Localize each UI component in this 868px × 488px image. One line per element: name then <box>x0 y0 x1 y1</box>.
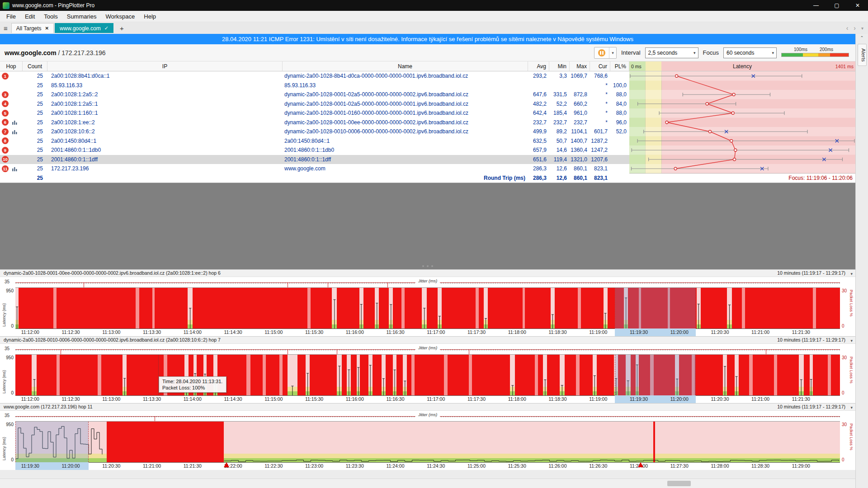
plot-area[interactable] <box>15 287 840 329</box>
time-tick: 11:21:30 <box>184 463 202 469</box>
time-tick: 11:12:30 <box>62 396 80 402</box>
time-axis: 11:12:0011:12:3011:13:0011:13:3011:14:00… <box>15 328 840 336</box>
table-row[interactable]: 6252a00:1028:1:ee::2dynamic-2a00-1028-00… <box>0 118 629 127</box>
cell-min: 331,5 <box>549 90 570 99</box>
focus-select[interactable]: 60 seconds ▾ <box>723 47 777 58</box>
alerts-tab[interactable]: Alerts <box>858 44 867 66</box>
cell-count: 25 <box>23 164 47 174</box>
hop-badge: 6 <box>2 119 9 126</box>
cell-avg: 642,4 <box>528 108 549 118</box>
cell-min <box>549 81 570 90</box>
close-button[interactable]: ✕ <box>847 0 868 11</box>
splitter-dot <box>427 265 429 267</box>
tooltip: Time: 28.04.2020 11:13:31. Packet Loss: … <box>159 376 226 393</box>
cell-min: 50,7 <box>549 136 570 146</box>
cell-count: 25 <box>23 118 47 127</box>
round-trip-max: 860,1 <box>570 174 590 183</box>
jitter-axis-label: 35 <box>5 279 9 284</box>
menu-bar: FileEditToolsSummariesWorkspaceHelp <box>0 11 868 22</box>
tab-all-targets[interactable]: All Targets ✕ <box>11 23 54 33</box>
plot-area[interactable] <box>15 354 840 396</box>
menu-item-workspace[interactable]: Workspace <box>101 11 139 22</box>
nav-left-icon[interactable]: ‹ <box>846 24 849 32</box>
time-tick: 11:18:00 <box>508 396 526 402</box>
tab-active-label: www.google.com <box>60 25 101 32</box>
cell-name: 85.93.116.33 <box>283 81 528 90</box>
menu-item-help[interactable]: Help <box>139 11 160 22</box>
table-row[interactable]: 3252a00:1028:1:2a5::2dynamic-2a00-1028-0… <box>0 90 629 99</box>
time-tick: 11:17:30 <box>467 329 486 335</box>
menu-item-file[interactable]: File <box>2 11 20 22</box>
time-tick: 11:24:30 <box>427 463 445 469</box>
graph-range-select[interactable]: 10 minutes (11:19:17 - 11:29:17) <box>777 404 845 410</box>
cell-cur: * <box>590 118 610 127</box>
chevron-down-icon[interactable]: ▾ <box>850 271 853 277</box>
time-tick: 11:14:30 <box>224 396 242 402</box>
cell-min: 89,2 <box>549 127 570 136</box>
cell-min: 119,4 <box>549 155 570 164</box>
cell-max: 1104,1 <box>570 127 590 136</box>
tab-close-icon[interactable]: ✕ <box>45 26 49 31</box>
cell-max: 961,0 <box>570 108 590 118</box>
graph-range-select[interactable]: 10 minutes (11:19:17 - 11:29:17) <box>777 337 845 343</box>
jitter-spike <box>328 282 328 287</box>
alert-banner[interactable]: 28.04.2020 11:21 ICMP Error 1231: Umístě… <box>0 34 855 44</box>
table-row[interactable]: 9252001:4860:0:1::1db02001:4860:0:1::1db… <box>0 145 629 155</box>
time-tick: 11:16:00 <box>346 396 364 402</box>
maximize-button[interactable]: ▢ <box>826 0 847 11</box>
new-tab-button[interactable]: + <box>117 24 127 32</box>
nav-right-icon[interactable]: › <box>854 24 856 32</box>
time-tick: 11:21:00 <box>143 463 161 469</box>
hop-badge: 4 <box>2 100 9 107</box>
table-row[interactable]: 7252a00:1028:10:6::2dynamic-2a00-1028-00… <box>0 127 629 136</box>
time-tick: 11:22:30 <box>264 463 283 469</box>
pause-dropdown[interactable]: ▾ <box>609 47 616 58</box>
graph-title: dynamic-2a00-1028-0010-0006-0000-0000-00… <box>4 337 221 343</box>
table-row[interactable]: 1252a00:1028:8b41:d0ca::1dynamic-2a00-10… <box>0 71 629 81</box>
graph-icon <box>12 129 17 134</box>
table-row[interactable]: 1125172.217.23.196www.google.com286,312,… <box>0 164 629 174</box>
chevron-down-icon[interactable]: ▾ <box>861 26 863 31</box>
interval-label: Interval <box>621 49 641 56</box>
table-row[interactable]: 10252001:4860:0:1::1dff2001:4860:0:1::1d… <box>0 155 629 164</box>
time-tick: 11:19:30 <box>630 329 648 335</box>
time-tick: 11:28:30 <box>751 463 769 469</box>
menu-item-edit[interactable]: Edit <box>20 11 39 22</box>
splitter-handle[interactable] <box>0 263 855 269</box>
table-row[interactable]: 4252a00:1028:1:2a5::1dynamic-2a00-1028-0… <box>0 99 629 109</box>
tab-nav: ‹ › ▾ <box>846 22 863 34</box>
plot-area[interactable] <box>15 421 840 463</box>
jitter-spike <box>766 349 766 354</box>
cell-pl <box>610 155 629 164</box>
right-rail: ⌃ Alerts <box>855 34 868 488</box>
cell-min: 14,6 <box>549 145 570 155</box>
menu-item-tools[interactable]: Tools <box>39 11 62 22</box>
table-row[interactable]: 2585.93.116.3385.93.116.33*100,0 <box>0 81 629 90</box>
jitter-strip: Jitter (ms) <box>15 277 840 287</box>
chevron-down-icon[interactable]: ▾ <box>850 338 853 344</box>
time-tick: 11:16:00 <box>346 329 364 335</box>
latency-axis-max: 950 <box>2 422 14 427</box>
collapse-icon[interactable]: ⌃ <box>856 34 868 40</box>
latency-chart-header: 0 ms Latency 1401 ms <box>629 61 855 71</box>
chevron-down-icon[interactable]: ▾ <box>850 404 853 411</box>
cell-name: www.google.com <box>283 164 528 174</box>
pause-button[interactable]: ▾ <box>594 47 617 59</box>
table-row[interactable]: 8252a00:1450:80d4::12a00:1450:80d4::1632… <box>0 136 629 146</box>
header-cell-name: Name <box>283 61 528 71</box>
tab-active-target[interactable]: www.google.com ✓ <box>55 23 113 33</box>
table-row[interactable]: 5252a00:1028:1:160::1dynamic-2a00-1028-0… <box>0 108 629 118</box>
menu-item-summaries[interactable]: Summaries <box>62 11 101 22</box>
minimize-button[interactable]: — <box>806 0 826 11</box>
scrollbar-thumb[interactable] <box>667 481 691 486</box>
cell-cur: 768,6 <box>590 71 610 81</box>
horizontal-scrollbar[interactable] <box>0 479 855 488</box>
interval-select[interactable]: 2,5 seconds ▾ <box>645 47 698 58</box>
graph-range-select[interactable]: 10 minutes (11:19:17 - 11:29:17) <box>777 270 845 277</box>
cell-cur: 1247,2 <box>590 145 610 155</box>
time-tick: 11:13:30 <box>143 396 161 402</box>
alert-marker-icon <box>224 462 229 467</box>
hamburger-icon[interactable]: ≡ <box>0 24 11 32</box>
header-cell-ip: IP <box>47 61 283 71</box>
time-tick: 11:29:00 <box>792 463 810 469</box>
